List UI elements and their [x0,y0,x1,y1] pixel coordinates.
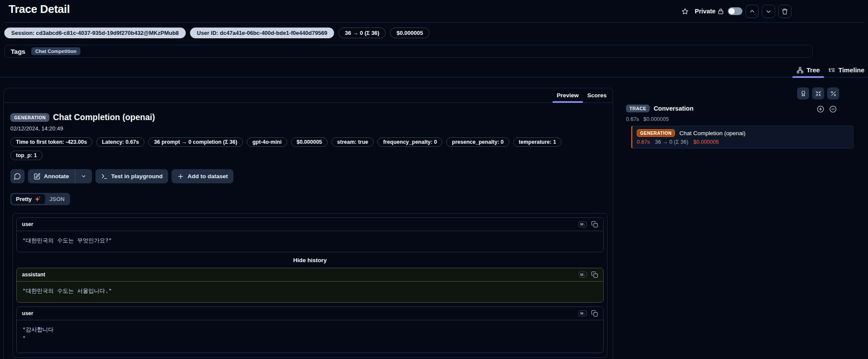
markdown-toggle-icon[interactable]: M↓ [579,221,587,227]
generation-tokens: 36 → 0 (Σ 36) [655,139,688,145]
tab-scores[interactable]: Scores [583,88,611,102]
metric-ttft: Time to first token: -423.00s [10,137,92,147]
detail-tabs: Preview Scores [4,88,613,103]
trace-tree-sidebar: TRACE Conversation 0.67s $0.000005 GENER… [619,84,864,359]
plus-icon [177,173,184,180]
metric-tokens: 36 prompt → 0 completion (Σ 36) [148,137,243,147]
json-toggle[interactable]: JSON [45,194,69,204]
metrics-percent-button[interactable] [827,87,839,99]
pen-square-icon [34,173,40,180]
page-header: Trace Detail Private [0,0,868,22]
chevron-up-icon [749,8,755,15]
copy-button[interactable] [591,271,598,278]
markdown-toggle-icon[interactable]: M↓ [579,272,587,278]
add-to-dataset-button[interactable]: Add to dataset [172,169,233,183]
generation-latency: 0.67s [637,139,650,145]
playground-label: Test in playground [111,173,163,180]
header-actions: Private [681,0,791,22]
hide-history-button[interactable]: Hide history [16,252,604,268]
privacy-label: Private [695,8,715,15]
tab-tree-label: Tree [807,66,820,74]
json-label: JSON [49,196,64,202]
terminal-icon [101,173,108,180]
bookmark-star-button[interactable] [681,8,689,15]
annotate-split-button: Annotate [28,169,92,183]
trash-icon [782,8,788,15]
tab-preview-label: Preview [557,92,579,99]
delete-trace-button[interactable] [778,5,791,18]
metric-cost: $0.000005 [291,137,328,147]
add-to-dataset-label: Add to dataset [187,173,228,180]
message-tools: M↓ [579,271,598,278]
message-assistant: assistant M↓ "대한민국의 수도는 서울입니다." [16,268,604,303]
plus-circle-icon [817,105,824,113]
pretty-label: Pretty [16,196,32,202]
user-id-badge[interactable]: User ID: dc47a41e-06bc-400d-bde1-f0e440d… [190,28,334,38]
copy-icon [591,271,598,278]
message-role: user [22,310,33,316]
tab-preview[interactable]: Preview [552,88,583,102]
expand-all-button[interactable] [817,105,824,113]
lock-icon [718,8,724,15]
annotate-button[interactable]: Annotate [28,169,75,183]
tab-tree[interactable]: Tree [792,63,824,77]
chat-bubble-icon [14,173,21,180]
prev-observation-button[interactable] [745,5,759,18]
message-header: user M↓ [17,218,603,231]
message-tools: M↓ [579,221,598,228]
message-header: user M↓ [17,307,603,320]
generation-node[interactable]: GENERATION Chat Completion (openai) 0.67… [631,126,853,149]
tree-icon [797,67,804,74]
page-title: Trace Detail [9,3,70,16]
observation-panel: Preview Scores GENERATION Chat Completio… [3,88,613,359]
message-user-2: user M↓ "감사합니다 " [16,306,604,353]
view-tabs: Tree Timeline [0,63,868,77]
copy-icon [591,221,598,228]
generation-type-badge: GENERATION [10,113,49,122]
timeline-icon [828,67,835,74]
actions-row: Annotate Test in playground Add to d [10,169,606,183]
metric-presence-penalty: presence_penalty: 0 [446,137,509,147]
message-content: "감사합니다 " [17,320,603,352]
markdown-toggle-icon[interactable]: M↓ [579,310,587,316]
tab-timeline[interactable]: Timeline [824,63,868,77]
trace-stats: 0.67s $0.000005 [626,116,669,122]
copy-button[interactable] [591,310,598,317]
cost-badge: $0.000005 [390,28,429,38]
messages-container: user M↓ "대한민국의 수도는 무엇인가요?" Hide history [12,213,607,358]
message-tools: M↓ [579,310,598,317]
metric-latency: Latency: 0.67s [96,137,144,147]
session-badge[interactable]: Session: cd3abcd6-c81c-4037-935d-19d9f27… [4,28,186,38]
tags-row: Tags Chat Competition [4,45,813,58]
generation-node-badge: GENERATION [637,129,675,137]
star-icon [681,8,689,15]
observation-timestamp: 02/12/2024, 14:20:49 [10,125,606,132]
message-role: user [22,221,33,227]
copy-button[interactable] [591,221,598,228]
pretty-toggle[interactable]: Pretty [12,194,45,204]
collapse-tree-button[interactable] [829,105,837,113]
trace-node[interactable]: TRACE Conversation [626,105,693,112]
award-icon [800,90,807,97]
observation-title: Chat Completion (openai) [53,112,155,122]
generation-node-stats: 0.67s 36 → 0 (Σ 36) $0.000005 [637,139,849,145]
generation-node-name: Chat Completion (openai) [679,130,745,136]
metric-stream: stream: true [331,137,374,147]
message-header: assistant M↓ [17,268,603,282]
metrics-row-1: Time to first token: -423.00s Latency: 0… [10,137,606,147]
token-usage-badge: 36 → 0 (Σ 36) [338,28,386,38]
annotate-dropdown-button[interactable] [75,169,92,183]
collapse-all-button[interactable] [812,87,824,99]
trace-name: Conversation [653,105,693,112]
header-divider [3,22,865,23]
comment-button[interactable] [10,169,25,183]
minus-circle-icon [829,105,837,113]
playground-button[interactable]: Test in playground [95,169,169,183]
scores-award-button[interactable] [797,87,809,99]
tab-scores-label: Scores [587,92,607,99]
chevron-down-icon [765,8,772,15]
next-observation-button[interactable] [762,5,775,18]
tag-chip[interactable]: Chat Competition [31,47,80,55]
message-content: "대한민국의 수도는 서울입니다." [17,282,603,302]
visibility-toggle[interactable] [728,7,742,15]
